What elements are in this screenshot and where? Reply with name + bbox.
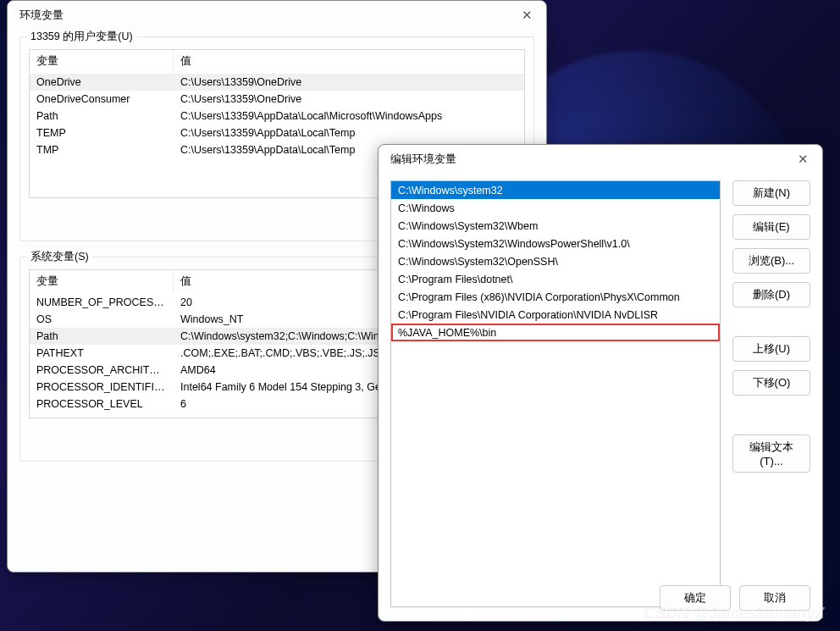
dialog-title: 编辑环境变量	[390, 152, 456, 167]
cell-variable: PROCESSOR_ARCHITECT...	[30, 362, 174, 379]
col-value[interactable]: 值	[174, 50, 524, 73]
edit-buttons-sidebar: 新建(N) 编辑(E) 浏览(B)... 删除(D) 上移(U) 下移(O) 编…	[732, 180, 810, 607]
watermark: CSDN @JamesMoriartyZ	[644, 605, 825, 623]
cell-value: C:\Users\13359\OneDrive	[174, 74, 524, 91]
cell-variable: PROCESSOR_IDENTIFIER	[30, 379, 174, 396]
cell-variable: PROCESSOR_LEVEL	[30, 396, 174, 412]
new-button[interactable]: 新建(N)	[732, 180, 810, 206]
col-variable[interactable]: 变量	[30, 50, 174, 73]
col-variable[interactable]: 变量	[30, 270, 174, 293]
table-row[interactable]: TEMPC:\Users\13359\AppData\Local\Temp	[30, 125, 524, 141]
list-item[interactable]: C:\Windows\System32\WindowsPowerShell\v1…	[391, 235, 720, 252]
cell-variable: TEMP	[30, 125, 174, 141]
cell-variable: Path	[30, 108, 174, 125]
move-up-button[interactable]: 上移(U)	[732, 336, 810, 362]
cell-variable: TMP	[30, 141, 174, 158]
list-item[interactable]: C:\Windows\System32\Wbem	[391, 217, 720, 235]
cell-variable: Path	[30, 328, 174, 345]
dialog-title: 环境变量	[19, 8, 64, 23]
cell-value: C:\Users\13359\OneDrive	[174, 91, 524, 108]
edit-env-var-dialog: 编辑环境变量 ✕ C:\Windows\system32C:\WindowsC:…	[378, 144, 823, 622]
cell-variable: PATHEXT	[30, 345, 174, 362]
move-down-button[interactable]: 下移(O)	[732, 370, 810, 396]
close-icon[interactable]: ✕	[518, 6, 536, 25]
cell-variable: OneDrive	[30, 74, 174, 91]
cell-variable: NUMBER_OF_PROCESSORS	[30, 294, 174, 311]
list-item[interactable]: C:\Program Files\dotnet\	[391, 270, 720, 288]
cell-variable: OS	[30, 311, 174, 328]
table-row[interactable]: OneDriveC:\Users\13359\OneDrive	[30, 74, 524, 91]
titlebar: 编辑环境变量 ✕	[379, 145, 822, 172]
user-vars-legend: 13359 的用户变量(U)	[27, 30, 136, 44]
titlebar: 环境变量 ✕	[8, 1, 546, 28]
cell-value: C:\Users\13359\AppData\Local\Microsoft\W…	[174, 108, 524, 125]
table-row[interactable]: PathC:\Users\13359\AppData\Local\Microso…	[30, 108, 524, 125]
delete-button[interactable]: 删除(D)	[732, 282, 810, 307]
system-vars-legend: 系统变量(S)	[27, 250, 92, 264]
list-item[interactable]: C:\Program Files\NVIDIA Corporation\NVID…	[391, 306, 720, 324]
path-listbox[interactable]: C:\Windows\system32C:\WindowsC:\Windows\…	[390, 180, 721, 607]
list-item[interactable]: C:\Program Files (x86)\NVIDIA Corporatio…	[391, 288, 720, 306]
browse-button[interactable]: 浏览(B)...	[732, 248, 810, 274]
list-item[interactable]: C:\Windows\System32\OpenSSH\	[391, 252, 720, 270]
edit-button[interactable]: 编辑(E)	[732, 214, 810, 240]
table-row[interactable]: OneDriveConsumerC:\Users\13359\OneDrive	[30, 91, 524, 108]
list-item[interactable]: C:\Windows\system32	[391, 181, 720, 199]
list-item[interactable]: %JAVA_HOME%\bin	[391, 324, 720, 341]
close-icon[interactable]: ✕	[794, 150, 812, 169]
list-item[interactable]: C:\Windows	[391, 199, 720, 217]
cell-value: C:\Users\13359\AppData\Local\Temp	[174, 125, 524, 141]
table-header: 变量 值	[30, 50, 524, 74]
cell-variable: OneDriveConsumer	[30, 91, 174, 108]
edit-text-button[interactable]: 编辑文本(T)...	[732, 435, 810, 473]
